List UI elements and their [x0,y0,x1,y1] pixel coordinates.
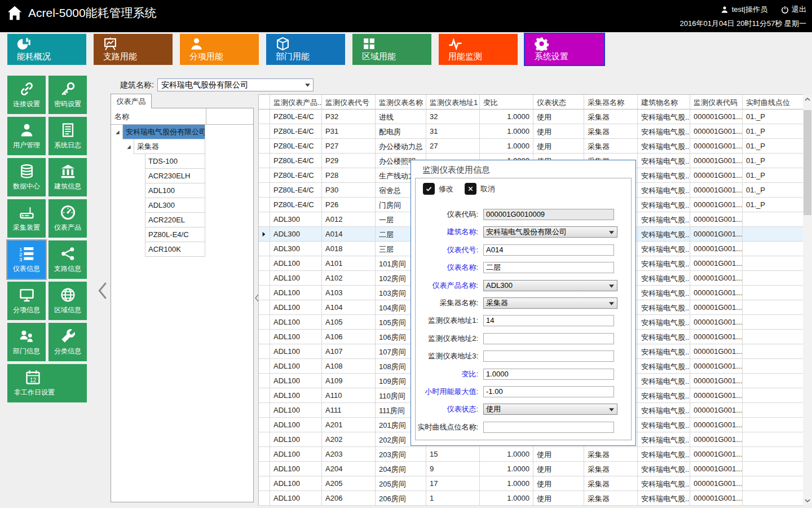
row-selector[interactable] [259,315,270,330]
table-cell[interactable]: PZ80L-E4/C [270,198,322,212]
table-cell[interactable]: 安科瑞电气股... [638,447,690,462]
table-cell[interactable]: 1.0000 [480,447,533,462]
logout-button[interactable]: 退出 [781,2,806,16]
tab-meter-products[interactable]: 仪表产品 [111,94,152,108]
table-cell[interactable]: A012 [322,212,376,227]
table-cell[interactable]: 17 [426,476,480,491]
table-cell[interactable]: A206 [322,491,376,506]
table-cell[interactable]: 32 [426,110,480,124]
table-cell[interactable]: 000001G001... [690,227,743,242]
table-cell[interactable] [743,374,804,388]
table-cell[interactable]: 31 [426,124,480,139]
home-icon[interactable] [7,5,23,21]
table-cell[interactable]: PZ80L-E4/C [270,139,322,154]
table-cell[interactable]: 采集器 [584,110,638,124]
table-cell[interactable]: 000001G001... [690,462,743,476]
table-cell[interactable]: 安科瑞电气股... [638,403,690,418]
row-selector[interactable] [259,212,270,227]
table-cell[interactable]: 采集器 [584,139,638,154]
row-selector[interactable] [259,476,270,491]
table-cell[interactable]: ADL100 [270,286,322,300]
table-cell[interactable]: 安科瑞电气股... [638,418,690,432]
tree-node-ADL300[interactable]: ADL300 [145,198,205,213]
field-input-实时曲线点位名称:[interactable] [483,422,614,433]
row-selector[interactable] [259,447,270,462]
table-cell[interactable]: 安科瑞电气股... [638,183,690,198]
table-cell[interactable]: 采集器 [584,447,638,462]
table-cell[interactable]: 安科瑞电气股... [638,462,690,476]
table-cell[interactable]: ADL100 [270,300,322,315]
table-cell[interactable]: 安科瑞电气股... [638,227,690,242]
tree-node-安科瑞电气股份有限公司[interactable]: 安科瑞电气股份有限公司 [122,125,205,139]
table-cell[interactable]: 000001G001... [690,198,743,212]
tree-node-ACR220EL[interactable]: ACR220EL [145,213,205,227]
row-selector[interactable] [259,330,270,344]
table-cell[interactable] [743,447,804,462]
table-cell[interactable]: 1.0000 [480,124,533,139]
table-cell[interactable]: 1.0000 [480,110,533,124]
table-cell[interactable]: ADL300 [270,212,322,227]
table-cell[interactable]: 000001G001... [690,315,743,330]
table-cell[interactable]: A204 [322,462,376,476]
tree-node-ACR230ELH[interactable]: ACR230ELH [145,169,205,183]
table-vertical-scrollbar[interactable] [803,94,812,505]
table-cell[interactable]: ADL100 [270,344,322,359]
table-cell[interactable] [743,242,804,256]
field-select-仪表产品名称:[interactable]: ADL300 [483,280,617,291]
table-cell[interactable]: 01._P [743,168,804,183]
field-input-仪表名称:[interactable]: 二层 [483,262,614,273]
table-cell[interactable]: P30 [322,183,376,198]
table-cell[interactable] [743,462,804,476]
table-cell[interactable]: ADL100 [270,476,322,491]
table-cell[interactable]: ADL100 [270,330,322,344]
sidebar-item-分类信息[interactable]: 分类信息 [48,323,87,361]
table-cell[interactable]: 15 [426,447,480,462]
field-input-变比:[interactable]: 1.0000 [483,369,614,380]
table-cell[interactable]: A014 [322,227,376,242]
row-selector[interactable] [259,286,270,300]
table-cell[interactable]: 205房间 [376,476,426,491]
sidebar-item-数据中心[interactable]: 数据中心 [7,158,46,196]
collapse-sidebar-chevron-icon[interactable] [97,282,108,300]
table-cell[interactable]: 安科瑞电气股... [638,359,690,374]
row-selector[interactable] [259,300,270,315]
scroll-down-button[interactable] [803,496,812,505]
tree-node-PZ80L-E4/C[interactable]: PZ80L-E4/C [145,227,205,242]
table-cell[interactable]: ADL100 [270,491,322,506]
column-header-监测仪表产品...[interactable]: 监测仪表产品... [270,95,322,110]
table-cell[interactable]: 000001G001... [690,418,743,432]
table-cell[interactable] [743,388,804,403]
table-cell[interactable]: 000001G001... [690,491,743,506]
sidebar-item-建筑信息[interactable]: 建筑信息 [48,158,87,196]
field-input-监测仪表地址1:[interactable]: 14 [483,315,614,326]
table-cell[interactable]: 000001G001... [690,344,743,359]
table-cell[interactable]: A110 [322,388,376,403]
table-cell[interactable]: 000001G001... [690,183,743,198]
table-cell[interactable]: 使用 [533,124,584,139]
table-cell[interactable]: 000001G001... [690,359,743,374]
row-selector[interactable] [259,432,270,447]
table-cell[interactable]: ADL100 [270,462,322,476]
table-cell[interactable]: 000001G001... [690,168,743,183]
row-selector[interactable] [259,198,270,212]
table-cell[interactable]: 采集器 [584,476,638,491]
sidebar-item-采集装置[interactable]: 采集装置 [7,199,46,238]
table-cell[interactable]: 000001G001... [690,476,743,491]
table-cell[interactable] [743,403,804,418]
table-cell[interactable]: 安科瑞电气股... [638,388,690,403]
table-cell[interactable]: 000001G001... [690,286,743,300]
dialog-button-修改[interactable]: 修改 [423,183,453,195]
table-cell[interactable]: 使用 [533,462,584,476]
row-selector[interactable] [259,168,270,183]
table-cell[interactable]: 采集器 [584,462,638,476]
table-cell[interactable]: A101 [322,256,376,271]
table-cell[interactable] [743,330,804,344]
dialog-button-取消[interactable]: 取消 [465,183,495,195]
scrollbar-thumb[interactable] [804,110,811,215]
table-cell[interactable]: 安科瑞电气股... [638,300,690,315]
table-cell[interactable]: PZ80L-E4/C [270,183,322,198]
table-cell[interactable] [743,491,804,506]
table-cell[interactable]: 1.0000 [480,491,533,506]
table-cell[interactable]: A201 [322,418,376,432]
nav-tile-系统设置[interactable]: 系统设置 [525,34,604,65]
